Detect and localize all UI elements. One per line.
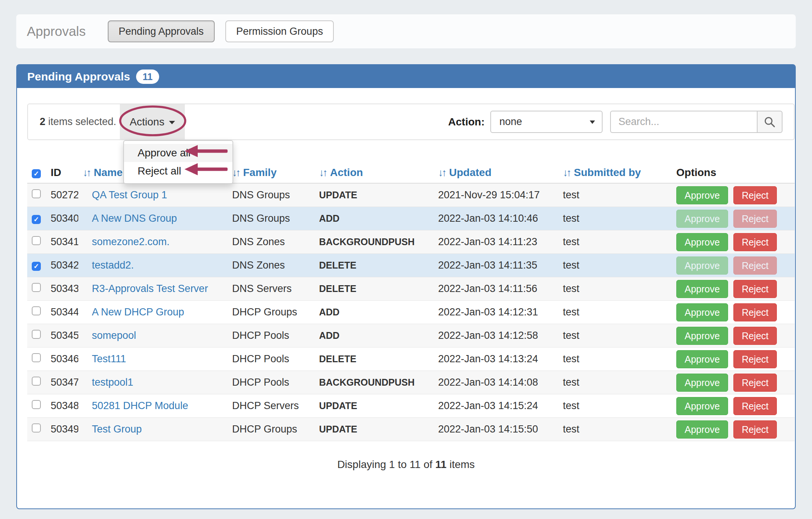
cell-id: 50346: [46, 348, 78, 371]
table-row: 50349Test GroupDHCP GroupsUPDATE2022-Jan…: [27, 418, 795, 441]
sort-icon: ↓↑: [563, 167, 570, 178]
pending-approvals-panel: Pending Approvals 11 2 items selected. A…: [16, 64, 796, 509]
cell-id: 50340: [46, 207, 78, 230]
search-group: [610, 111, 783, 133]
cell-id: 50347: [46, 371, 78, 394]
cell-options: ApproveReject: [672, 207, 795, 230]
cell-family: DHCP Groups: [228, 418, 315, 441]
row-checkbox[interactable]: [32, 215, 41, 224]
cell-options: ApproveReject: [672, 183, 795, 207]
cell-action: UPDATE: [315, 418, 434, 441]
cell-name: Test111: [78, 348, 228, 371]
reject-button[interactable]: Reject: [733, 350, 777, 368]
item-name-link[interactable]: QA Test Group 1: [92, 189, 167, 201]
row-checkbox[interactable]: [32, 262, 41, 271]
cell-name: somezone2.com.: [78, 230, 228, 254]
item-name-link[interactable]: R3-Approvals Test Server: [92, 283, 208, 294]
item-name-link[interactable]: testadd2.: [92, 260, 134, 271]
table-row: 50343R3-Approvals Test ServerDNS Servers…: [27, 277, 795, 301]
cell-action: UPDATE: [315, 394, 434, 418]
table-row: 50342testadd2.DNS ZonesDELETE2022-Jan-03…: [27, 254, 795, 277]
actions-dropdown-button[interactable]: Actions: [120, 104, 185, 139]
search-button[interactable]: [757, 111, 783, 133]
tab-permission-groups[interactable]: Permission Groups: [225, 20, 334, 42]
column-header-family[interactable]: ↓↑Family: [228, 162, 315, 183]
cell-updated: 2022-Jan-03 14:10:46: [434, 207, 558, 230]
pagination-prefix: Displaying 1 to 11 of: [337, 459, 432, 470]
pagination-summary: Displaying 1 to 11 of 11 items: [17, 459, 795, 471]
approve-button[interactable]: Approve: [676, 350, 728, 368]
action-filter-select[interactable]: none: [490, 111, 603, 133]
cell-name: somepool: [78, 324, 228, 348]
panel-header: Pending Approvals 11: [17, 65, 795, 88]
search-input[interactable]: [610, 111, 757, 133]
approve-button[interactable]: Approve: [676, 233, 728, 251]
reject-button[interactable]: Reject: [733, 374, 777, 392]
cell-family: DNS Groups: [228, 183, 315, 207]
reject-button[interactable]: Reject: [733, 303, 777, 321]
reject-button[interactable]: Reject: [733, 397, 777, 415]
row-checkbox[interactable]: [32, 330, 41, 339]
search-icon: [763, 116, 776, 128]
item-name-link[interactable]: A New DNS Group: [92, 213, 177, 224]
cell-action: DELETE: [315, 277, 434, 301]
row-checkbox[interactable]: [32, 377, 41, 386]
column-header-action[interactable]: ↓↑Action: [315, 162, 434, 183]
approve-button[interactable]: Approve: [676, 374, 728, 392]
cell-id: 50349: [46, 418, 78, 441]
cell-submitted-by: test: [558, 324, 672, 348]
sort-icon: ↓↑: [438, 167, 445, 178]
item-name-link[interactable]: Test111: [92, 353, 126, 365]
cell-updated: 2021-Nov-29 15:04:17: [434, 183, 558, 207]
cell-id: 50348: [46, 394, 78, 418]
approve-button[interactable]: Approve: [676, 397, 728, 415]
cell-action: BACKGROUNDPUSH: [315, 371, 434, 394]
cell-submitted-by: test: [558, 230, 672, 254]
row-checkbox[interactable]: [32, 236, 41, 245]
row-checkbox[interactable]: [32, 400, 41, 409]
item-name-link[interactable]: A New DHCP Group: [92, 306, 184, 318]
menu-item-approve-all[interactable]: Approve all: [124, 144, 232, 162]
reject-button[interactable]: Reject: [733, 420, 777, 439]
select-all-checkbox[interactable]: [32, 169, 41, 178]
approve-button[interactable]: Approve: [676, 303, 728, 321]
row-checkbox[interactable]: [32, 283, 41, 292]
cell-action: ADD: [315, 301, 434, 324]
tab-pending-approvals[interactable]: Pending Approvals: [108, 20, 215, 42]
row-checkbox[interactable]: [32, 423, 41, 432]
reject-button[interactable]: Reject: [733, 233, 777, 251]
table-row: 50344A New DHCP GroupDHCP GroupsADD2022-…: [27, 301, 795, 324]
table-row: 50272QA Test Group 1DNS GroupsUPDATE2021…: [27, 183, 795, 207]
approve-button[interactable]: Approve: [676, 420, 728, 439]
cell-options: ApproveReject: [672, 324, 795, 348]
pagination-total: 11: [435, 459, 447, 470]
item-name-link[interactable]: somepool: [92, 330, 136, 341]
cell-family: DHCP Groups: [228, 301, 315, 324]
item-name-link[interactable]: Test Group: [92, 423, 142, 435]
row-checkbox[interactable]: [32, 189, 41, 198]
pagination-suffix: items: [449, 459, 475, 470]
table-row: 50340A New DNS GroupDNS GroupsADD2022-Ja…: [27, 207, 795, 230]
menu-item-reject-all[interactable]: Reject all: [124, 162, 232, 180]
approve-button[interactable]: Approve: [676, 327, 728, 345]
approve-button[interactable]: Approve: [676, 280, 728, 298]
cell-updated: 2022-Jan-03 14:12:58: [434, 324, 558, 348]
cell-options: ApproveReject: [672, 301, 795, 324]
item-name-link[interactable]: somezone2.com.: [92, 236, 170, 247]
row-checkbox[interactable]: [32, 353, 41, 362]
approve-button[interactable]: Approve: [676, 186, 728, 204]
cell-submitted-by: test: [558, 301, 672, 324]
cell-submitted-by: test: [558, 418, 672, 441]
reject-button[interactable]: Reject: [733, 327, 777, 345]
cell-family: DNS Groups: [228, 207, 315, 230]
item-name-link[interactable]: testpool1: [92, 377, 133, 388]
cell-action: DELETE: [315, 254, 434, 277]
cell-id: 50342: [46, 254, 78, 277]
reject-button[interactable]: Reject: [733, 280, 777, 298]
row-checkbox[interactable]: [32, 306, 41, 315]
column-header-updated[interactable]: ↓↑Updated: [434, 162, 558, 183]
item-name-link[interactable]: 50281 DHCP Module: [92, 400, 188, 411]
column-header-submitted-by[interactable]: ↓↑Submitted by: [558, 162, 672, 183]
reject-button[interactable]: Reject: [733, 186, 777, 204]
approve-button: Approve: [676, 256, 728, 275]
